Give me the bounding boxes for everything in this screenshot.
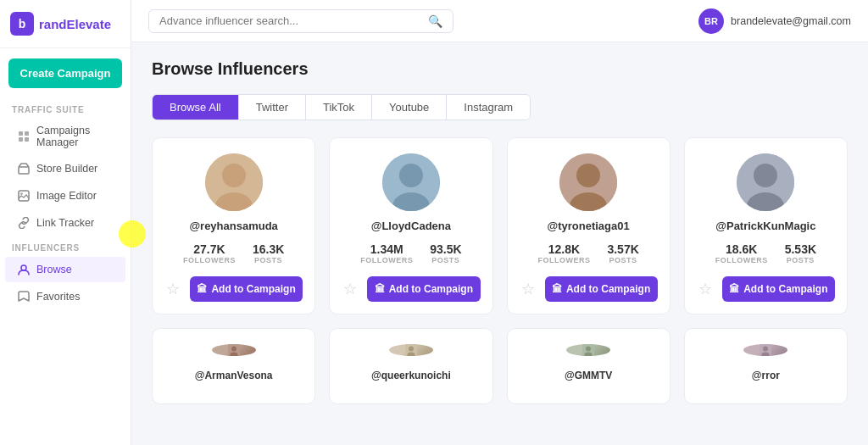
username-2: @LloydCadena (371, 220, 451, 232)
user-avatar: BR (698, 8, 724, 34)
stats-2: 1.34M FOLLOWERS 93.5K POSTS (342, 242, 480, 264)
username-6: @queerkunoichi (371, 370, 451, 381)
sidebar-item-favorites[interactable]: Favorites (5, 284, 125, 309)
svg-point-6 (20, 192, 23, 195)
svg-point-30 (763, 346, 768, 351)
store-builder-label: Store Builder (36, 163, 97, 175)
influencer-card-7: @GMMTV (507, 328, 670, 404)
add-to-campaign-button-1[interactable]: 🏛 Add to Campaign (190, 276, 303, 302)
posts-stat-3: 3.57K POSTS (607, 242, 638, 264)
card-actions-4: ☆ 🏛 Add to Campaign (697, 276, 835, 302)
username-3: @tyronetiaga01 (548, 220, 630, 232)
sidebar-item-store-builder[interactable]: Store Builder (5, 156, 125, 181)
filter-tab-tiktok[interactable]: TikTok (306, 95, 372, 120)
influencers-section-label: INFLUENCERS (0, 236, 131, 256)
card-actions-2: ☆ 🏛 Add to Campaign (342, 276, 480, 302)
add-to-campaign-button-3[interactable]: 🏛 Add to Campaign (545, 276, 658, 302)
filter-tab-instagram[interactable]: Instagram (447, 95, 530, 120)
browse-icon (17, 263, 31, 276)
followers-stat-4: 18.6K FOLLOWERS (715, 242, 768, 264)
sidebar-item-link-tracker[interactable]: Link Tracker (5, 210, 125, 236)
topbar: 🔍 BR brandelevate@gmail.com (131, 0, 868, 42)
filter-tab-twitter[interactable]: Twitter (239, 95, 306, 120)
main-content: 🔍 BR brandelevate@gmail.com Browse Influ… (131, 0, 868, 445)
add-to-campaign-button-4[interactable]: 🏛 Add to Campaign (722, 276, 835, 302)
influencer-card-2: @LloydCadena 1.34M FOLLOWERS 93.5K POSTS… (329, 137, 492, 314)
add-to-campaign-button-2[interactable]: 🏛 Add to Campaign (367, 276, 480, 302)
influencer-card-4: @PatrickKunMagic 18.6K FOLLOWERS 5.53K P… (684, 137, 848, 314)
influencer-card-5: @ArmanVesona (152, 328, 315, 404)
campaign-icon-4: 🏛 (729, 283, 739, 295)
filter-tab-youtube[interactable]: Youtube (372, 95, 447, 120)
avatar-1 (205, 153, 263, 211)
influencer-card-1: @reyhansamuda 27.7K FOLLOWERS 16.3K POST… (152, 137, 315, 314)
favorite-button-4[interactable]: ☆ (697, 278, 714, 300)
svg-point-15 (576, 164, 600, 187)
user-area: BR brandelevate@gmail.com (698, 8, 851, 34)
search-icon: 🔍 (428, 14, 442, 28)
avatar-4 (737, 153, 794, 211)
svg-point-27 (586, 346, 591, 351)
influencer-grid: @reyhansamuda 27.7K FOLLOWERS 16.3K POST… (152, 137, 848, 404)
card-actions-1: ☆ 🏛 Add to Campaign (164, 276, 303, 302)
content-area: Browse Influencers Browse All Twitter Ti… (131, 42, 868, 445)
influencer-card-6: @queerkunoichi (329, 328, 492, 404)
sidebar-item-campaigns-manager[interactable]: Campaigns Manager (5, 119, 125, 154)
influencer-card-3: @tyronetiaga01 12.8K FOLLOWERS 3.57K POS… (507, 137, 670, 314)
svg-point-24 (409, 346, 414, 351)
campaign-icon-3: 🏛 (552, 283, 562, 295)
campaigns-manager-icon (17, 130, 31, 143)
brand-name-highlight: rand (39, 17, 67, 31)
stats-4: 18.6K FOLLOWERS 5.53K POSTS (697, 242, 835, 264)
influencer-card-8: @rror (684, 328, 848, 404)
sidebar-item-browse[interactable]: Browse (5, 257, 125, 282)
create-campaign-button[interactable]: Create Campaign (8, 58, 122, 88)
avatar-5 (212, 344, 256, 356)
campaigns-manager-label: Campaigns Manager (36, 125, 114, 148)
svg-rect-1 (25, 131, 29, 136)
avatar-8 (743, 344, 787, 356)
filter-tab-browse-all[interactable]: Browse All (153, 95, 239, 120)
link-tracker-icon (17, 216, 31, 230)
favorite-button-2[interactable]: ☆ (342, 278, 359, 300)
filter-tabs: Browse All Twitter TikTok Youtube Instag… (152, 94, 531, 120)
search-bar[interactable]: 🔍 (148, 9, 453, 33)
logo-area: b randElevate (0, 0, 131, 48)
svg-rect-2 (19, 137, 23, 142)
svg-point-7 (21, 265, 26, 270)
svg-point-18 (754, 164, 777, 187)
favorite-button-3[interactable]: ☆ (520, 278, 537, 300)
avatar-7 (566, 344, 610, 356)
avatar-6 (389, 344, 433, 356)
sidebar: b randElevate Create Campaign TRAFFIC SU… (0, 0, 131, 445)
brand-logo-text: randElevate (39, 17, 111, 31)
svg-rect-0 (19, 131, 23, 136)
browse-label: Browse (36, 264, 72, 275)
followers-stat-3: 12.8K FOLLOWERS (537, 242, 590, 264)
svg-point-21 (231, 346, 236, 351)
username-4: @PatrickKunMagic (715, 220, 815, 232)
stats-3: 12.8K FOLLOWERS 3.57K POSTS (520, 242, 658, 264)
username-7: @GMMTV (565, 370, 612, 381)
brand-logo-icon: b (10, 12, 34, 36)
image-editor-icon (17, 189, 31, 203)
page-title: Browse Influencers (152, 59, 848, 79)
posts-stat-4: 5.53K POSTS (785, 242, 816, 264)
card-actions-3: ☆ 🏛 Add to Campaign (520, 276, 658, 302)
user-email: brandelevate@gmail.com (731, 15, 851, 27)
svg-rect-4 (19, 167, 29, 174)
favorite-button-1[interactable]: ☆ (164, 278, 181, 300)
link-tracker-label: Link Tracker (36, 217, 94, 229)
favorites-icon (17, 290, 31, 303)
image-editor-label: Image Editor (36, 190, 97, 202)
posts-stat-2: 93.5K POSTS (430, 242, 461, 264)
favorites-label: Favorites (36, 291, 80, 303)
followers-stat-1: 27.7K FOLLOWERS (183, 242, 236, 264)
avatar-2 (382, 153, 440, 211)
followers-stat-2: 1.34M FOLLOWERS (360, 242, 413, 264)
store-builder-icon (17, 162, 31, 175)
sidebar-item-image-editor[interactable]: Image Editor (5, 183, 125, 209)
username-5: @ArmanVesona (195, 370, 273, 381)
search-input[interactable] (159, 14, 423, 27)
svg-point-12 (399, 164, 423, 187)
